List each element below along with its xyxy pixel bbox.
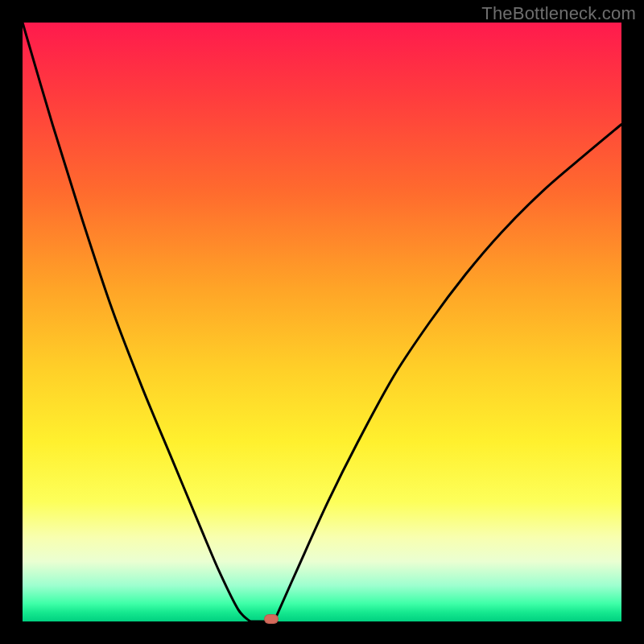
chart-frame: TheBottleneck.com bbox=[0, 0, 644, 644]
bottleneck-point-marker bbox=[264, 614, 279, 624]
watermark-text: TheBottleneck.com bbox=[481, 3, 636, 24]
curve-left-branch bbox=[23, 23, 250, 621]
plot-area bbox=[23, 23, 621, 621]
curve-right-branch bbox=[274, 124, 621, 621]
bottleneck-curve bbox=[23, 23, 621, 621]
